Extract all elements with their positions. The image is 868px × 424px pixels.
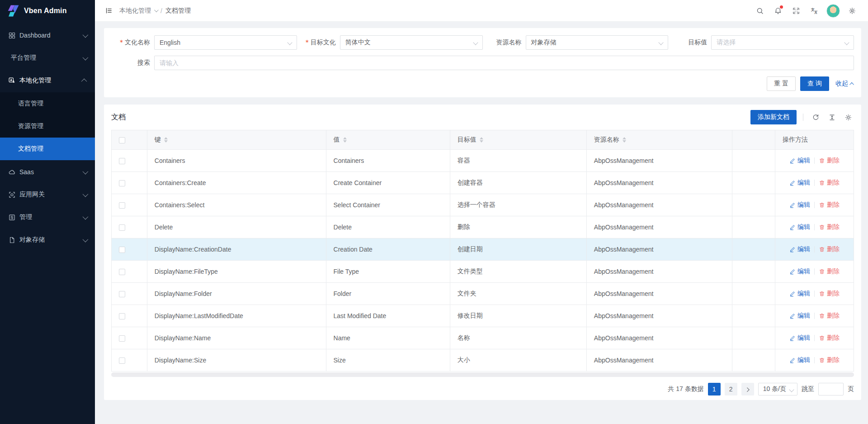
delete-button[interactable]: 删除 bbox=[819, 334, 840, 342]
fullscreen-icon[interactable] bbox=[788, 3, 804, 19]
culture-name-select[interactable]: English bbox=[154, 35, 297, 50]
edit-button[interactable]: 编辑 bbox=[789, 223, 810, 231]
sidebar-item-平台管理[interactable]: 平台管理 bbox=[0, 47, 95, 69]
pagination-total: 共 17 条数据 bbox=[668, 385, 703, 393]
collapse-toggle[interactable]: 收起 bbox=[835, 80, 854, 88]
row-height-icon[interactable] bbox=[826, 111, 838, 123]
sidebar-subitem-资源管理[interactable]: 资源管理 bbox=[0, 115, 95, 138]
target-culture-select[interactable]: 简体中文 bbox=[340, 35, 483, 50]
row-checkbox[interactable] bbox=[119, 247, 125, 253]
edit-button[interactable]: 编辑 bbox=[789, 267, 810, 276]
translate-icon[interactable]: 文A bbox=[807, 3, 822, 19]
sidebar-item-管理[interactable]: 管理 bbox=[0, 206, 95, 228]
edit-button-label: 编辑 bbox=[797, 290, 810, 298]
cell-checkbox bbox=[112, 283, 147, 305]
field-target-value: 目标值 请选择 bbox=[668, 35, 854, 50]
delete-icon bbox=[819, 357, 825, 363]
row-checkbox[interactable] bbox=[119, 313, 125, 319]
row-checkbox[interactable] bbox=[119, 180, 125, 186]
edit-button[interactable]: 编辑 bbox=[789, 245, 810, 253]
app-root: Vben Admin Dashboard平台管理本地化管理语言管理资源管理文档管… bbox=[0, 0, 868, 424]
resource-name-select[interactable]: 对象存储 bbox=[526, 35, 669, 50]
query-button[interactable]: 查 询 bbox=[800, 76, 829, 91]
edit-button[interactable]: 编辑 bbox=[789, 312, 810, 320]
row-actions: 编辑删除 bbox=[783, 334, 846, 342]
row-checkbox[interactable] bbox=[119, 269, 125, 275]
row-checkbox[interactable] bbox=[119, 335, 125, 342]
sidebar-item-dashboard[interactable]: Dashboard bbox=[0, 24, 95, 46]
delete-button[interactable]: 删除 bbox=[819, 290, 840, 298]
notification-bell-icon[interactable] bbox=[770, 3, 786, 19]
user-avatar[interactable] bbox=[826, 4, 840, 18]
add-document-button[interactable]: 添加新文档 bbox=[750, 110, 797, 124]
sidebar-subitem-文档管理[interactable]: 文档管理 bbox=[0, 138, 95, 160]
table-row: ContainersContainers容器AbpOssManagement编辑… bbox=[112, 150, 854, 172]
cell-key: Delete bbox=[147, 216, 326, 238]
sidebar-fold-icon[interactable] bbox=[102, 5, 115, 17]
sidebar-subitem-语言管理[interactable]: 语言管理 bbox=[0, 92, 95, 115]
page-button-2[interactable]: 2 bbox=[725, 383, 737, 395]
row-checkbox[interactable] bbox=[119, 224, 125, 231]
column-header-key[interactable]: 键 bbox=[147, 130, 326, 150]
select-all-checkbox[interactable] bbox=[119, 137, 125, 143]
row-checkbox[interactable] bbox=[119, 202, 125, 209]
jump-page-input[interactable] bbox=[818, 383, 844, 395]
documents-panel-header: 文档 添加新文档 bbox=[111, 105, 854, 130]
edit-button[interactable]: 编辑 bbox=[789, 334, 810, 342]
column-header-value[interactable]: 值 bbox=[326, 130, 450, 150]
delete-button[interactable]: 删除 bbox=[819, 356, 840, 364]
sidebar-item-本地化管理[interactable]: 本地化管理 bbox=[0, 70, 95, 91]
search-input[interactable] bbox=[154, 56, 854, 70]
cell-checkbox bbox=[112, 327, 147, 349]
delete-button[interactable]: 删除 bbox=[819, 312, 840, 320]
delete-button-label: 删除 bbox=[827, 334, 840, 342]
sidebar-item-应用网关[interactable]: 应用网关 bbox=[0, 184, 95, 205]
search-icon[interactable] bbox=[752, 3, 768, 19]
target-value-select[interactable]: 请选择 bbox=[711, 35, 854, 50]
sidebar-item-对象存储[interactable]: 对象存储 bbox=[0, 229, 95, 251]
toolbar-divider bbox=[803, 114, 803, 121]
row-checkbox[interactable] bbox=[119, 291, 125, 297]
cell-target-value: 修改日期 bbox=[450, 305, 586, 327]
delete-button-label: 删除 bbox=[827, 179, 840, 187]
sidebar-item-saas[interactable]: Saas bbox=[0, 161, 95, 183]
table-settings-icon[interactable] bbox=[842, 111, 854, 123]
delete-button[interactable]: 删除 bbox=[819, 157, 840, 165]
edit-button[interactable]: 编辑 bbox=[789, 356, 810, 364]
delete-button[interactable]: 删除 bbox=[819, 179, 840, 187]
delete-button[interactable]: 删除 bbox=[819, 245, 840, 253]
row-actions: 编辑删除 bbox=[783, 356, 846, 364]
cell-value: Creation Date bbox=[326, 238, 450, 261]
app-logo: Vben Admin bbox=[0, 0, 95, 22]
row-checkbox[interactable] bbox=[119, 357, 125, 364]
cell-checkbox bbox=[112, 305, 147, 327]
field-label: 目标文化 bbox=[297, 38, 340, 47]
refresh-icon[interactable] bbox=[810, 111, 821, 123]
delete-button[interactable]: 删除 bbox=[819, 267, 840, 276]
delete-button[interactable]: 删除 bbox=[819, 223, 840, 231]
column-header-target-value[interactable]: 目标值 bbox=[450, 130, 586, 150]
column-header-resource-name[interactable]: 资源名称 bbox=[586, 130, 732, 150]
horizontal-scrollbar[interactable] bbox=[111, 372, 854, 377]
page-size-select[interactable]: 10 条/页 bbox=[758, 383, 797, 395]
next-page-button[interactable] bbox=[741, 383, 754, 395]
row-checkbox[interactable] bbox=[119, 158, 125, 164]
chevron-down-icon bbox=[83, 236, 89, 242]
breadcrumb-item-parent[interactable]: 本地化管理 bbox=[119, 7, 151, 15]
sort-icon bbox=[164, 137, 168, 143]
delete-button[interactable]: 删除 bbox=[819, 201, 840, 209]
edit-button[interactable]: 编辑 bbox=[789, 179, 810, 187]
edit-button[interactable]: 编辑 bbox=[789, 290, 810, 298]
reset-button[interactable]: 重 置 bbox=[767, 76, 796, 91]
cell-actions: 编辑删除 bbox=[775, 283, 854, 305]
action-divider bbox=[814, 202, 815, 208]
page-button-1[interactable]: 1 bbox=[708, 383, 721, 395]
column-header-actions: 操作方法 bbox=[775, 130, 854, 150]
breadcrumb-separator: / bbox=[160, 7, 162, 14]
edit-button-label: 编辑 bbox=[797, 179, 810, 187]
edit-button[interactable]: 编辑 bbox=[789, 157, 810, 165]
edit-button[interactable]: 编辑 bbox=[789, 201, 810, 209]
breadcrumb-item-current[interactable]: 文档管理 bbox=[165, 7, 191, 15]
row-actions: 编辑删除 bbox=[783, 223, 846, 231]
settings-gear-icon[interactable] bbox=[844, 3, 860, 19]
